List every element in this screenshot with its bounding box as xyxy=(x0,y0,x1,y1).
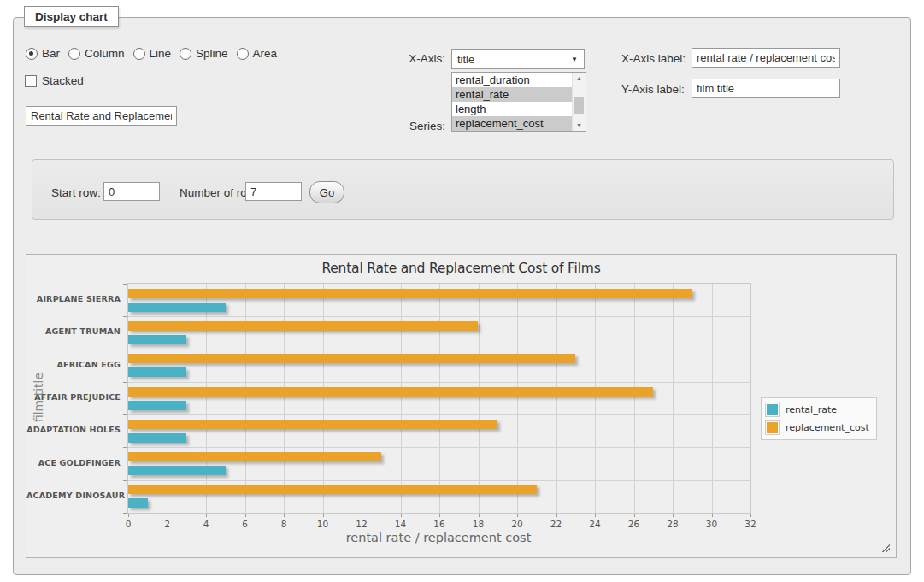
x-tick-mark xyxy=(439,514,440,517)
start-row-label: Start row: xyxy=(51,186,101,199)
bar-replacement_cost xyxy=(128,354,575,363)
radio-button-icon[interactable] xyxy=(180,48,191,60)
x-tick-label: 10 xyxy=(317,519,328,529)
grid-line-horizontal xyxy=(128,350,750,350)
series-options: rental_durationrental_ratelengthreplacem… xyxy=(452,73,573,131)
chart-type-option-area[interactable]: Area xyxy=(237,47,278,60)
x-axis-label-label: X-Axis label: xyxy=(621,52,686,65)
stacked-checkbox[interactable] xyxy=(25,75,37,87)
y-axis-label-input[interactable] xyxy=(692,79,840,98)
series-scrollbar[interactable]: ▲ ▼ xyxy=(572,73,586,131)
grid-line-vertical xyxy=(673,284,674,513)
chart-type-option-line[interactable]: Line xyxy=(133,47,172,60)
dropdown-arrow-icon: ▼ xyxy=(571,56,578,63)
grid-line-horizontal xyxy=(128,316,750,317)
x-tick-mark xyxy=(556,514,557,517)
series-option-rental_duration[interactable]: rental_duration xyxy=(452,73,573,87)
legend-entry: replacement_cost xyxy=(765,419,869,437)
grid-line-vertical xyxy=(206,284,207,513)
radio-button-icon[interactable] xyxy=(237,48,249,60)
legend-swatch-icon xyxy=(765,403,780,417)
x-axis-selected-value: title xyxy=(457,53,474,66)
x-axis-select-label: X-Axis: xyxy=(401,52,445,65)
x-tick-mark xyxy=(284,514,285,517)
x-tick-label: 22 xyxy=(550,519,562,529)
grid-line-vertical xyxy=(556,284,557,513)
bar-rental_rate xyxy=(128,303,226,312)
chart-type-option-column[interactable]: Column xyxy=(68,47,125,60)
series-option-length[interactable]: length xyxy=(452,102,573,116)
radio-label: Column xyxy=(85,47,125,60)
grid-line-vertical xyxy=(634,284,635,513)
number-of-rows-input[interactable] xyxy=(245,182,302,201)
scroll-up-icon[interactable]: ▲ xyxy=(573,73,586,84)
x-tick-label: 18 xyxy=(473,519,484,529)
category-label: ACE GOLDFINGER xyxy=(26,458,121,467)
bar-rental_rate xyxy=(128,401,186,410)
scrollbar-thumb[interactable] xyxy=(574,97,584,114)
x-tick-mark xyxy=(128,514,129,517)
chart-legend: rental_ratereplacement_cost xyxy=(761,397,877,440)
chart-type-option-bar[interactable]: Bar xyxy=(26,47,60,60)
x-tick-mark xyxy=(712,514,713,517)
legend-swatch-icon xyxy=(765,420,780,435)
x-axis-title: rental rate / replacement cost xyxy=(127,531,750,544)
category-label: AIRPLANE SIERRA xyxy=(26,294,121,303)
chart-panel: Rental Rate and Replacement Cost of Film… xyxy=(26,254,897,558)
category-label: AGENT TRUMAN xyxy=(26,326,121,336)
grid-line-vertical xyxy=(284,284,285,513)
x-axis-label-input[interactable] xyxy=(692,48,840,68)
page: Display chart BarColumnLineSplineArea St… xyxy=(0,0,924,582)
grid-line-horizontal xyxy=(128,382,750,383)
x-tick-mark xyxy=(595,514,596,517)
x-tick-label: 26 xyxy=(628,519,639,529)
radio-button-icon[interactable] xyxy=(133,48,145,60)
x-tick-label: 2 xyxy=(164,519,170,529)
series-listbox[interactable]: rental_durationrental_ratelengthreplacem… xyxy=(451,72,586,132)
scroll-down-icon[interactable]: ▼ xyxy=(573,120,586,131)
legend-label: replacement_cost xyxy=(786,422,869,433)
bar-replacement_cost xyxy=(128,321,478,331)
category-label: ACADEMY DINOSAUR xyxy=(26,491,121,500)
x-tick-label: 24 xyxy=(589,519,600,529)
x-tick-label: 30 xyxy=(706,519,717,529)
series-option-rental_rate[interactable]: rental_rate xyxy=(452,87,573,102)
bar-rental_rate xyxy=(128,335,186,344)
x-tick-mark xyxy=(750,514,751,517)
y-axis-title: film title xyxy=(30,350,47,444)
grid-line-vertical xyxy=(712,284,713,513)
grid-line-vertical xyxy=(595,284,596,513)
grid-line-vertical xyxy=(168,284,168,513)
y-tick-mark xyxy=(123,284,127,285)
x-tick-label: 4 xyxy=(203,519,209,529)
x-tick-label: 8 xyxy=(281,519,287,529)
bar-rental_rate xyxy=(128,367,186,377)
x-tick-mark xyxy=(168,514,168,517)
grid-line-vertical xyxy=(323,284,324,513)
y-tick-mark xyxy=(123,480,127,481)
chart-type-option-spline[interactable]: Spline xyxy=(180,47,228,60)
go-button[interactable]: Go xyxy=(309,181,344,203)
chart-title-input[interactable] xyxy=(26,106,177,126)
series-option-replacement_cost[interactable]: replacement_cost xyxy=(452,116,573,131)
fieldset-legend: Display chart xyxy=(24,6,119,27)
x-tick-mark xyxy=(479,514,480,517)
x-tick-mark xyxy=(517,514,518,517)
resize-handle-icon[interactable] xyxy=(880,543,890,552)
radio-button-icon[interactable] xyxy=(26,48,38,60)
y-tick-mark xyxy=(123,350,127,350)
bar-replacement_cost xyxy=(128,485,537,494)
stacked-checkbox-row: Stacked xyxy=(25,74,84,87)
radio-button-icon[interactable] xyxy=(68,48,80,60)
bar-replacement_cost xyxy=(128,420,497,429)
grid-line-vertical xyxy=(439,284,440,513)
start-row-input[interactable] xyxy=(103,182,160,201)
x-tick-label: 16 xyxy=(433,519,444,529)
x-tick-label: 14 xyxy=(395,519,406,529)
x-tick-mark xyxy=(673,514,674,517)
y-tick-mark xyxy=(123,414,127,415)
bar-rental_rate xyxy=(128,466,226,475)
bar-replacement_cost xyxy=(128,289,692,298)
x-axis-select[interactable]: title ▼ xyxy=(451,49,585,69)
chart-type-radio-group: BarColumnLineSplineArea xyxy=(26,47,277,60)
